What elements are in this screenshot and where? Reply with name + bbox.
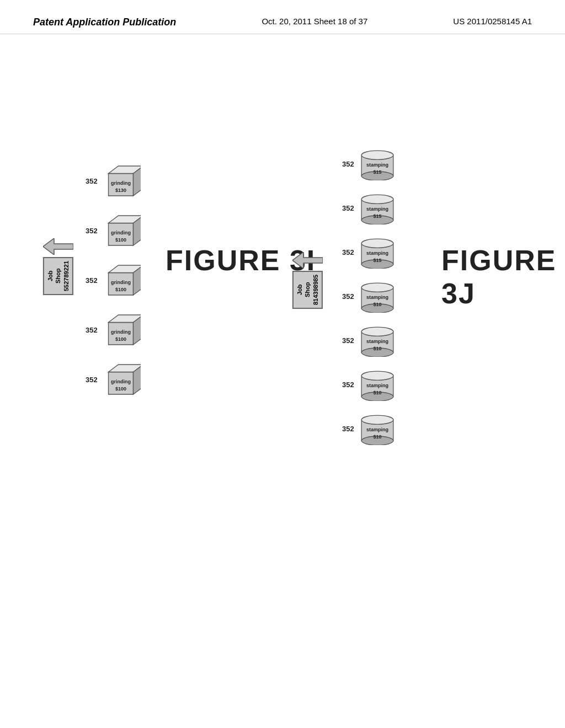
figure3j-cyl-1: 352 stamping $15 (342, 147, 397, 180)
svg-text:$15: $15 (373, 213, 381, 219)
figure3j-label: FIGURE 3J (441, 244, 565, 310)
cube-icon-4: grinding $100 (101, 310, 141, 350)
header-left-title: Patent Application Publication (33, 17, 176, 28)
figure3j-cyl-7: 352 stamping $10 (342, 412, 397, 445)
cylinder-icon-7: stamping $10 (358, 412, 397, 445)
cylinder-icon-3: stamping $15 (358, 235, 397, 269)
figure3i-arrow (43, 238, 73, 255)
figure3j-arrow (292, 252, 323, 269)
svg-text:stamping: stamping (366, 339, 388, 344)
svg-text:grinding: grinding (111, 280, 131, 285)
svg-point-34 (361, 195, 393, 204)
svg-text:$100: $100 (115, 237, 126, 243)
figure3j-cyl-2: 352 stamping $15 (342, 191, 397, 224)
figure3j-cyl-3: 352 stamping $15 (342, 235, 397, 269)
svg-text:stamping: stamping (366, 206, 388, 212)
cube-icon-1: grinding $130 (101, 161, 141, 201)
header-center-info: Oct. 20, 2011 Sheet 18 of 37 (262, 17, 367, 26)
svg-marker-0 (43, 238, 73, 255)
cube-icon-5: grinding $100 (101, 360, 141, 399)
svg-text:stamping: stamping (366, 162, 388, 168)
figure3j-cyl-6: 352 stamping $10 (342, 368, 397, 401)
cylinder-icon-1: stamping $15 (358, 147, 397, 180)
figure3j-cyl-5: 352 stamping $10 (342, 324, 397, 357)
main-content: JobShop552789221 352 grinding $130 352 (0, 34, 565, 713)
svg-point-49 (361, 327, 393, 336)
page-header: Patent Application Publication Oct. 20, … (0, 0, 565, 34)
svg-text:$100: $100 (115, 287, 126, 292)
cube-icon-3: grinding $100 (101, 260, 141, 300)
svg-point-44 (361, 283, 393, 292)
figure3i-cube-2: 352 grinding $100 (86, 211, 141, 250)
svg-text:$15: $15 (373, 258, 381, 263)
cylinder-icon-6: stamping $10 (358, 368, 397, 401)
svg-text:grinding: grinding (111, 230, 131, 235)
figure3j-cyl-4: 352 stamping $10 (342, 280, 397, 313)
svg-point-59 (361, 415, 393, 424)
svg-text:$10: $10 (373, 434, 381, 440)
svg-text:$100: $100 (115, 336, 126, 342)
svg-text:$130: $130 (115, 188, 126, 193)
svg-text:stamping: stamping (366, 250, 388, 256)
figure3j-job-tag: JobShop814398985 (292, 271, 323, 309)
figure3i-arrow-group: JobShop552789221 (43, 238, 73, 295)
svg-text:grinding: grinding (111, 329, 131, 335)
svg-marker-26 (292, 252, 323, 269)
figure3i-job-tag: JobShop552789221 (43, 257, 73, 295)
figure3j-arrow-group: JobShop814398985 (292, 252, 323, 309)
svg-text:grinding: grinding (111, 180, 131, 186)
svg-text:grinding: grinding (111, 379, 131, 384)
svg-text:$15: $15 (373, 169, 381, 175)
svg-text:stamping: stamping (366, 295, 388, 300)
cube-icon-2: grinding $100 (101, 211, 141, 250)
figure3i-cube-1: 352 grinding $130 (86, 161, 141, 201)
figure3i-cube-5: 352 grinding $100 (86, 360, 141, 399)
cylinder-icon-5: stamping $10 (358, 324, 397, 357)
cylinder-icon-2: stamping $15 (358, 191, 397, 224)
svg-text:$10: $10 (373, 346, 381, 351)
svg-text:$100: $100 (115, 386, 126, 392)
svg-point-39 (361, 239, 393, 248)
svg-text:stamping: stamping (366, 427, 388, 432)
header-right-patent: US 2011/0258145 A1 (453, 17, 532, 26)
svg-text:$10: $10 (373, 302, 381, 307)
figure3i-cube-4: 352 grinding $100 (86, 310, 141, 350)
svg-point-54 (361, 371, 393, 380)
cylinder-icon-4: stamping $10 (358, 280, 397, 313)
svg-text:$10: $10 (373, 390, 381, 395)
figure3i-cube-3: 352 grinding $100 (86, 260, 141, 300)
svg-point-29 (361, 151, 393, 159)
svg-text:stamping: stamping (366, 383, 388, 388)
